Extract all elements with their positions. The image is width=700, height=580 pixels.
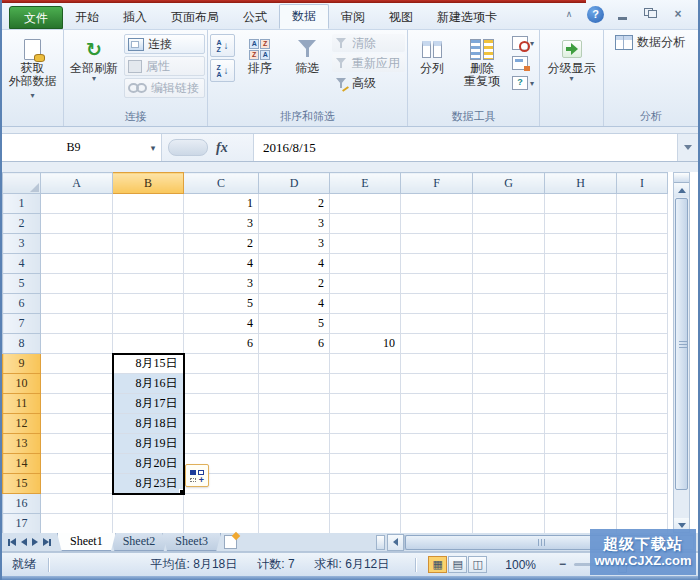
zoom-level[interactable]: 100% <box>505 558 536 572</box>
cell-D8[interactable]: 6 <box>259 334 330 354</box>
cell-B11[interactable]: 8月17日 <box>113 394 184 414</box>
vertical-split-box[interactable] <box>674 173 689 183</box>
refresh-all-button[interactable]: ↻ 全部刷新 ▾ <box>66 33 122 85</box>
cell-C5[interactable]: 3 <box>184 274 259 294</box>
cell-F9[interactable] <box>401 354 473 374</box>
cell-D1[interactable]: 2 <box>259 194 330 214</box>
close-icon[interactable]: × <box>668 6 688 22</box>
cell-A5[interactable] <box>41 274 113 294</box>
vertical-scroll-thumb[interactable] <box>675 198 688 490</box>
cell-A4[interactable] <box>41 254 113 274</box>
cell-A8[interactable] <box>41 334 113 354</box>
cell-F1[interactable] <box>401 194 473 214</box>
cell-G5[interactable] <box>473 274 545 294</box>
autofill-options-button[interactable]: + <box>185 464 209 487</box>
cell-I4[interactable] <box>617 254 668 274</box>
sheet-tab-Sheet3[interactable]: Sheet3 <box>162 533 221 551</box>
tab-视图[interactable]: 视图 <box>377 6 425 29</box>
cell-A13[interactable] <box>41 434 113 454</box>
cell-H16[interactable] <box>545 494 617 514</box>
cell-I12[interactable] <box>617 414 668 434</box>
cell-E12[interactable] <box>330 414 401 434</box>
column-header-B[interactable]: B <box>113 173 184 194</box>
row-header-17[interactable]: 17 <box>3 514 41 534</box>
cell-I5[interactable] <box>617 274 668 294</box>
cell-D10[interactable] <box>259 374 330 394</box>
row-header-1[interactable]: 1 <box>3 194 41 214</box>
tab-开始[interactable]: 开始 <box>63 6 111 29</box>
row-header-12[interactable]: 12 <box>3 414 41 434</box>
cell-B15[interactable]: 8月23日 <box>113 474 184 494</box>
advanced-filter-button[interactable]: 高级 <box>332 74 405 92</box>
row-header-11[interactable]: 11 <box>3 394 41 414</box>
cell-G17[interactable] <box>473 514 545 534</box>
cell-F15[interactable] <box>401 474 473 494</box>
cell-G14[interactable] <box>473 454 545 474</box>
select-all-corner[interactable] <box>3 173 41 194</box>
cell-F12[interactable] <box>401 414 473 434</box>
formula-input[interactable]: 2016/8/15 <box>254 140 677 156</box>
row-header-13[interactable]: 13 <box>3 434 41 454</box>
name-box[interactable]: B9 ▾ <box>2 134 162 161</box>
column-header-C[interactable]: C <box>184 173 259 194</box>
cell-I8[interactable] <box>617 334 668 354</box>
tab-新建选项卡[interactable]: 新建选项卡 <box>425 6 509 29</box>
cell-C10[interactable] <box>184 374 259 394</box>
cell-B8[interactable] <box>113 334 184 354</box>
cell-A14[interactable] <box>41 454 113 474</box>
cell-F16[interactable] <box>401 494 473 514</box>
cell-B17[interactable] <box>113 514 184 534</box>
row-header-6[interactable]: 6 <box>3 294 41 314</box>
cell-E6[interactable] <box>330 294 401 314</box>
what-if-analysis-button[interactable]: ? ▾ <box>510 74 536 92</box>
cell-B10[interactable]: 8月16日 <box>113 374 184 394</box>
cell-F17[interactable] <box>401 514 473 534</box>
cell-E8[interactable]: 10 <box>330 334 401 354</box>
cell-E10[interactable] <box>330 374 401 394</box>
cell-I7[interactable] <box>617 314 668 334</box>
column-header-I[interactable]: I <box>617 173 668 194</box>
cell-H9[interactable] <box>545 354 617 374</box>
cell-F13[interactable] <box>401 434 473 454</box>
cell-H14[interactable] <box>545 454 617 474</box>
restore-icon[interactable] <box>640 6 660 22</box>
cell-I10[interactable] <box>617 374 668 394</box>
cell-G9[interactable] <box>473 354 545 374</box>
cell-B1[interactable] <box>113 194 184 214</box>
cell-H3[interactable] <box>545 234 617 254</box>
cell-D17[interactable] <box>259 514 330 534</box>
cell-H12[interactable] <box>545 414 617 434</box>
sort-ascending-button[interactable]: AZ ↓ <box>210 34 235 57</box>
remove-duplicates-button[interactable]: 删除 重复项 <box>456 33 508 91</box>
column-header-H[interactable]: H <box>545 173 617 194</box>
cell-A1[interactable] <box>41 194 113 214</box>
cell-F8[interactable] <box>401 334 473 354</box>
tab-公式[interactable]: 公式 <box>231 6 279 29</box>
row-header-5[interactable]: 5 <box>3 274 41 294</box>
last-sheet-icon[interactable] <box>43 538 51 546</box>
row-header-7[interactable]: 7 <box>3 314 41 334</box>
cell-A17[interactable] <box>41 514 113 534</box>
cell-D2[interactable]: 3 <box>259 214 330 234</box>
help-icon[interactable]: ? <box>587 6 604 23</box>
cell-D16[interactable] <box>259 494 330 514</box>
tab-数据[interactable]: 数据 <box>279 4 329 29</box>
cell-A9[interactable] <box>41 354 113 374</box>
cell-C11[interactable] <box>184 394 259 414</box>
cell-E5[interactable] <box>330 274 401 294</box>
sort-descending-button[interactable]: ZA ↓ <box>210 59 235 82</box>
cell-A3[interactable] <box>41 234 113 254</box>
minimize-icon[interactable] <box>612 6 632 22</box>
cell-E7[interactable] <box>330 314 401 334</box>
column-header-A[interactable]: A <box>41 173 113 194</box>
filter-button[interactable]: 筛选 <box>285 33 331 78</box>
cell-G13[interactable] <box>473 434 545 454</box>
cell-I14[interactable] <box>617 454 668 474</box>
cell-D5[interactable]: 2 <box>259 274 330 294</box>
sheet-tab-Sheet1[interactable]: Sheet1 <box>57 533 116 551</box>
cell-B9[interactable]: 8月15日 <box>113 354 184 374</box>
cell-C6[interactable]: 5 <box>184 294 259 314</box>
cell-A2[interactable] <box>41 214 113 234</box>
column-header-D[interactable]: D <box>259 173 330 194</box>
cell-F3[interactable] <box>401 234 473 254</box>
